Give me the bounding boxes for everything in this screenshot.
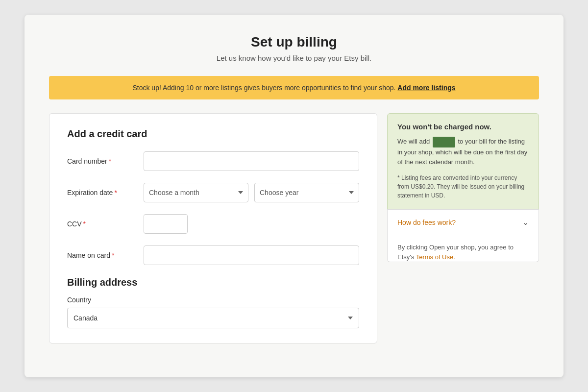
info-box: You won't be charged now. We will add to… [387, 113, 539, 209]
terms-of-use-link[interactable]: Terms of Use. [416, 253, 455, 261]
country-select[interactable]: Canada United States United Kingdom Aust… [67, 308, 359, 328]
expiry-selects: Choose a month JanuaryFebruaryMarchApril… [144, 183, 359, 202]
page-subtitle: Let us know how you'd like to pay your E… [49, 54, 539, 62]
page-container: Set up billing Let us know how you'd lik… [24, 15, 564, 377]
card-number-label: Card number* [67, 157, 136, 165]
expiry-label: Expiration date* [67, 189, 136, 196]
month-select[interactable]: Choose a month JanuaryFebruaryMarchApril… [144, 183, 248, 202]
info-box-body: We will add to your bill for the listing… [397, 137, 529, 167]
right-panel: You won't be charged now. We will add to… [387, 113, 539, 343]
chevron-down-icon: ⌄ [522, 218, 529, 227]
page-title: Set up billing [49, 34, 539, 50]
ccv-label: CCV* [67, 220, 136, 228]
billing-section-title: Billing address [67, 277, 359, 288]
ccv-input[interactable] [144, 214, 188, 234]
banner-text: Stock up! Adding 10 or more listings giv… [132, 84, 395, 92]
add-listings-link[interactable]: Add more listings [397, 84, 455, 92]
blurred-price [433, 137, 455, 147]
name-on-card-input[interactable] [144, 245, 359, 265]
expiry-row: Expiration date* Choose a month JanuaryF… [67, 183, 359, 202]
year-select[interactable]: Choose year 2024202520262027202820292030… [254, 183, 359, 202]
promo-banner: Stock up! Adding 10 or more listings giv… [49, 76, 539, 99]
card-number-row: Card number* [67, 151, 359, 171]
fees-link[interactable]: How do fees work? [397, 219, 456, 226]
fees-box: How do fees work? ⌄ By clicking Open you… [387, 209, 539, 262]
left-panel: Add a credit card Card number* Expiratio… [49, 113, 377, 343]
main-content: Add a credit card Card number* Expiratio… [49, 113, 539, 343]
info-box-title: You won't be charged now. [397, 122, 529, 131]
country-label: Country [67, 296, 359, 304]
ccv-row: CCV* [67, 214, 359, 234]
card-number-input[interactable] [144, 151, 359, 171]
name-on-card-row: Name on card* [67, 245, 359, 265]
info-box-note: * Listing fees are converted into your c… [397, 173, 529, 200]
fees-row[interactable]: How do fees work? ⌄ [388, 210, 539, 235]
credit-card-section-title: Add a credit card [67, 128, 359, 140]
terms-text: By clicking Open your shop, you agree to… [388, 235, 539, 262]
name-on-card-label: Name on card* [67, 251, 136, 259]
